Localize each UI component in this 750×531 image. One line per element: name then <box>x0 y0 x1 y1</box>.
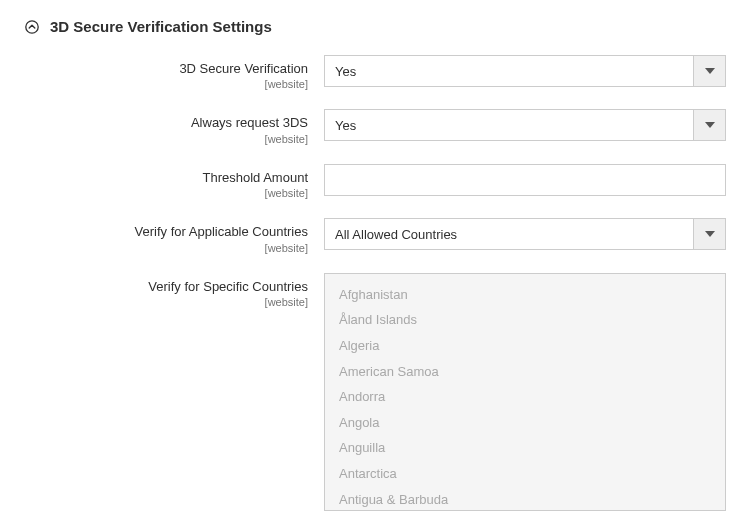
select-3ds-verification[interactable]: Yes <box>324 55 726 87</box>
label-text: Threshold Amount <box>24 170 308 186</box>
label-scope: [website] <box>24 242 308 255</box>
row-3ds-verification: 3D Secure Verification [website] Yes <box>24 55 726 91</box>
country-option[interactable]: Anguilla <box>325 435 725 461</box>
country-option[interactable]: Åland Islands <box>325 307 725 333</box>
label-scope: [website] <box>24 78 308 91</box>
caret-down-icon <box>693 56 725 86</box>
form-rows: 3D Secure Verification [website] Yes Alw… <box>24 55 726 511</box>
label-text: Verify for Applicable Countries <box>24 224 308 240</box>
label-scope: [website] <box>24 133 308 146</box>
row-always-request-3ds: Always request 3DS [website] Yes <box>24 109 726 145</box>
country-option[interactable]: Afghanistan <box>325 282 725 308</box>
row-specific-countries: Verify for Specific Countries [website] … <box>24 273 726 511</box>
label-text: Verify for Specific Countries <box>24 279 308 295</box>
country-option[interactable]: Andorra <box>325 384 725 410</box>
label-scope: [website] <box>24 187 308 200</box>
label-3ds-verification: 3D Secure Verification [website] <box>24 55 324 91</box>
country-option[interactable]: Antarctica <box>325 461 725 487</box>
select-value: Yes <box>325 110 693 140</box>
label-specific-countries: Verify for Specific Countries [website] <box>24 273 324 309</box>
select-always-request-3ds[interactable]: Yes <box>324 109 726 141</box>
select-value: Yes <box>325 56 693 86</box>
label-threshold-amount: Threshold Amount [website] <box>24 164 324 200</box>
svg-point-0 <box>26 20 38 32</box>
multiselect-specific-countries[interactable]: AfghanistanÅland IslandsAlgeriaAmerican … <box>324 273 726 511</box>
section-title: 3D Secure Verification Settings <box>50 18 272 35</box>
label-text: 3D Secure Verification <box>24 61 308 77</box>
caret-down-icon <box>693 219 725 249</box>
label-always-request-3ds: Always request 3DS [website] <box>24 109 324 145</box>
label-text: Always request 3DS <box>24 115 308 131</box>
country-option[interactable]: American Samoa <box>325 359 725 385</box>
country-option[interactable]: Antigua & Barbuda <box>325 487 725 511</box>
label-applicable-countries: Verify for Applicable Countries [website… <box>24 218 324 254</box>
caret-down-icon <box>693 110 725 140</box>
select-applicable-countries[interactable]: All Allowed Countries <box>324 218 726 250</box>
row-applicable-countries: Verify for Applicable Countries [website… <box>24 218 726 254</box>
country-option[interactable]: Angola <box>325 410 725 436</box>
collapse-up-icon <box>24 19 40 35</box>
section-header[interactable]: 3D Secure Verification Settings <box>24 18 726 35</box>
select-value: All Allowed Countries <box>325 219 693 249</box>
country-option[interactable]: Algeria <box>325 333 725 359</box>
row-threshold-amount: Threshold Amount [website] <box>24 164 726 200</box>
input-threshold-amount[interactable] <box>324 164 726 196</box>
label-scope: [website] <box>24 296 308 309</box>
